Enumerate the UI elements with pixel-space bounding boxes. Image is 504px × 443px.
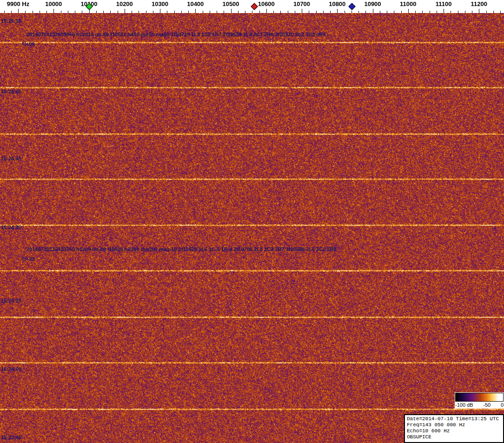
freq-minor-tick [330,11,331,13]
freq-major-tick [125,9,125,13]
color-scale-gradient [455,393,504,402]
freq-minor-tick [472,11,472,13]
freq-major-tick [18,9,19,13]
freq-minor-tick [394,11,394,13]
freq-minor-tick [139,11,139,13]
freq-minor-tick [146,11,146,13]
freq-minor-tick [210,11,210,13]
info-station-name: OBSUPICE [407,434,501,440]
freq-minor-tick [365,11,366,13]
freq-minor-tick [345,11,345,13]
freq-axis-label: 10900 [364,0,381,7]
info-echo-frequency: Echo=10 600 Hz [407,428,501,434]
freq-minor-tick [82,11,82,13]
spectrogram-waterfall-canvas [0,13,504,443]
freq-axis-label: 11200 [471,0,487,7]
meteor-spectrogram-screen: 9900 Hz100001010010200103001040010500106… [0,0,504,443]
freq-axis-label: 11000 [400,0,416,7]
freq-minor-tick [437,11,437,13]
freq-minor-tick [316,11,317,13]
color-scale-labels: -100 dB -50 0 [455,402,504,408]
freq-major-tick [444,9,444,13]
freq-minor-tick [309,11,309,13]
freq-minor-tick [224,11,224,13]
freq-axis-label: 10400 [187,0,204,7]
freq-minor-tick [465,11,465,13]
freq-major-tick [408,9,409,13]
freq-minor-tick [351,11,352,13]
freq-axis-label: 10800 [329,0,345,7]
freq-minor-tick [493,11,494,13]
freq-minor-tick [245,11,245,13]
freq-major-tick [160,9,160,13]
freq-minor-tick [380,11,380,13]
freq-minor-tick [40,11,40,13]
freq-major-tick [302,9,302,13]
scale-label-mid: -50 [483,402,491,408]
freq-minor-tick [181,11,182,13]
freq-minor-tick [422,11,423,13]
freq-minor-tick [25,11,26,13]
freq-minor-tick [68,11,68,13]
freq-major-tick [337,9,338,13]
freq-major-tick [266,9,267,13]
freq-major-tick [373,9,373,13]
freq-minor-tick [33,11,33,13]
info-beacon-frequency: Freq=143 050 000 Hz [407,422,501,428]
freq-minor-tick [4,11,5,13]
blue-diamond-marker-icon [348,3,356,10]
freq-minor-tick [96,11,97,13]
freq-axis-label: 10700 [293,0,310,7]
freq-minor-tick [323,11,324,13]
freq-minor-tick [401,11,402,13]
freq-axis-label: 10200 [116,0,133,7]
freq-axis-label: 11100 [436,0,452,7]
freq-minor-tick [259,11,260,13]
freq-minor-tick [217,11,217,13]
freq-minor-tick [387,11,387,13]
frequency-axis: 9900 Hz100001010010200103001040010500106… [0,0,504,13]
red-diamond-marker-icon [251,3,258,10]
freq-axis-label: 9900 Hz [7,0,29,7]
freq-major-tick [195,9,196,13]
freq-minor-tick [61,11,61,13]
freq-minor-tick [295,11,295,13]
freq-minor-tick [280,11,281,13]
freq-minor-tick [500,11,501,13]
color-scale-legend: -100 dB -50 0 [455,392,504,409]
freq-minor-tick [288,11,288,13]
freq-major-tick [53,9,54,13]
freq-minor-tick [174,11,175,13]
freq-minor-tick [75,11,75,13]
freq-minor-tick [358,11,359,13]
info-date-time: Date=2014-07-10 Time=13:25 UTC [407,416,501,422]
freq-minor-tick [188,11,189,13]
freq-minor-tick [11,11,12,13]
freq-minor-tick [153,11,153,13]
freq-major-tick [231,9,232,13]
freq-major-tick [479,9,479,13]
freq-axis-label: 10000 [45,0,62,7]
freq-minor-tick [203,11,203,13]
scale-label-max: 0 [501,402,504,408]
freq-axis-label: 10600 [258,0,275,7]
freq-minor-tick [238,11,239,13]
freq-minor-tick [458,11,458,13]
freq-minor-tick [451,11,451,13]
station-info-box: Date=2014-07-10 Time=13:25 UTC Freq=143 … [404,414,504,443]
freq-minor-tick [110,11,111,13]
freq-axis-label: 10300 [152,0,168,7]
freq-minor-tick [430,11,430,13]
freq-minor-tick [415,11,416,13]
freq-minor-tick [273,11,274,13]
freq-minor-tick [103,11,104,13]
freq-minor-tick [252,11,252,13]
freq-minor-tick [118,11,118,13]
freq-minor-tick [132,11,132,13]
scale-label-min: -100 dB [455,402,473,408]
freq-minor-tick [167,11,167,13]
freq-axis-label: 10500 [222,0,239,7]
freq-minor-tick [46,11,47,13]
freq-minor-tick [486,11,487,13]
